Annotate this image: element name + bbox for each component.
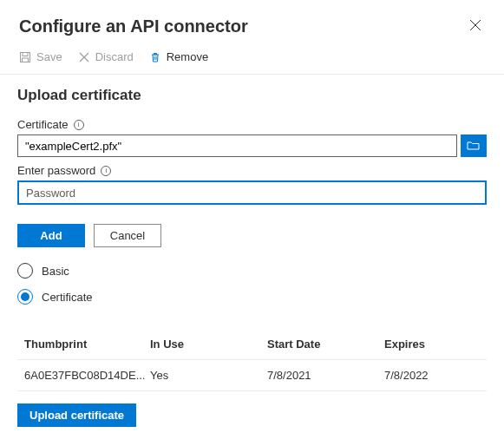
- cell-inuse: Yes: [150, 369, 267, 382]
- svg-rect-1: [23, 52, 28, 56]
- info-icon[interactable]: i: [101, 166, 111, 176]
- certificate-table: Thumbprint In Use Start Date Expires 6A0…: [17, 329, 487, 391]
- cancel-button[interactable]: Cancel: [94, 224, 161, 247]
- discard-button[interactable]: Discard: [78, 50, 134, 63]
- save-icon: [19, 51, 31, 63]
- page-title: Configure an API connector: [19, 16, 248, 36]
- save-button[interactable]: Save: [19, 50, 62, 63]
- upload-certificate-button[interactable]: Upload certificate: [17, 403, 136, 427]
- certificate-label: Certificate: [17, 118, 69, 131]
- col-header-inuse[interactable]: In Use: [150, 338, 267, 351]
- save-label: Save: [36, 50, 62, 63]
- folder-icon: [467, 140, 481, 152]
- radio-label-basic: Basic: [42, 265, 69, 278]
- col-header-start[interactable]: Start Date: [267, 338, 384, 351]
- upload-heading: Upload certificate: [17, 87, 487, 104]
- remove-button[interactable]: Remove: [149, 50, 208, 63]
- close-icon: [469, 19, 481, 31]
- auth-radio-certificate[interactable]: Certificate: [17, 284, 487, 310]
- info-icon[interactable]: i: [74, 120, 84, 130]
- discard-icon: [78, 51, 90, 63]
- trash-icon: [149, 51, 161, 63]
- radio-icon: [17, 263, 33, 279]
- cell-thumbprint: 6A0E37FBC08D14DE...: [24, 369, 150, 382]
- add-button[interactable]: Add: [17, 224, 85, 247]
- password-label: Enter password: [17, 164, 95, 177]
- cell-start: 7/8/2021: [267, 369, 384, 382]
- svg-rect-2: [23, 58, 29, 62]
- radio-label-certificate: Certificate: [42, 291, 93, 304]
- radio-icon-selected: [17, 289, 33, 305]
- close-button[interactable]: [466, 16, 485, 36]
- col-header-expires[interactable]: Expires: [384, 338, 480, 351]
- cell-expires: 7/8/2022: [384, 369, 480, 382]
- remove-label: Remove: [167, 50, 208, 63]
- discard-label: Discard: [95, 50, 134, 63]
- table-row[interactable]: 6A0E37FBC08D14DE... Yes 7/8/2021 7/8/202…: [17, 360, 487, 391]
- auth-radio-basic[interactable]: Basic: [17, 258, 487, 284]
- password-input[interactable]: [17, 180, 487, 205]
- col-header-thumbprint[interactable]: Thumbprint: [24, 338, 150, 351]
- browse-button[interactable]: [461, 134, 487, 157]
- certificate-input[interactable]: [17, 134, 457, 157]
